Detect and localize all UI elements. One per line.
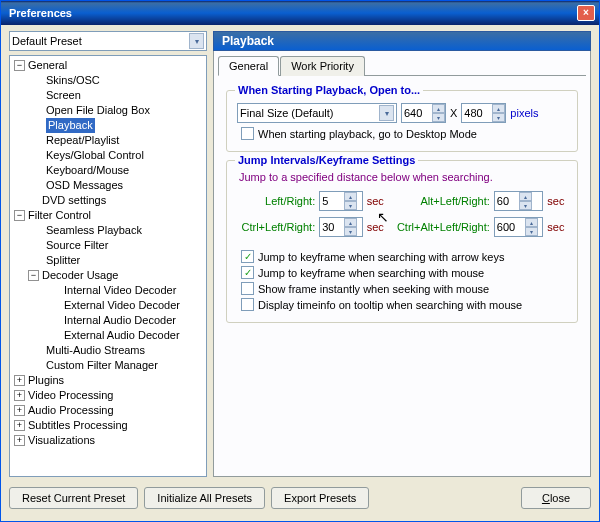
sec-label: sec [367, 221, 389, 233]
jump-description: Jump to a specified distance below when … [239, 171, 569, 183]
initialize-presets-button[interactable]: Initialize All Presets [144, 487, 265, 509]
show-frame-label: Show frame instantly when seeking with m… [258, 283, 489, 295]
tab-workpriority[interactable]: Work Priority [280, 56, 365, 76]
expand-icon[interactable]: + [14, 420, 25, 431]
ctrlalt-input[interactable] [495, 218, 525, 236]
export-presets-button[interactable]: Export Presets [271, 487, 369, 509]
spin-up-icon[interactable]: ▴ [344, 218, 357, 227]
arrow-keyframe-label: Jump to keyframe when searching with arr… [258, 251, 504, 263]
show-frame-checkbox[interactable] [241, 282, 254, 295]
width-input[interactable] [402, 104, 432, 122]
window-title: Preferences [9, 7, 577, 19]
spin-down-icon[interactable]: ▾ [432, 113, 445, 122]
panel-title: Playback [213, 31, 591, 51]
spin-down-icon[interactable]: ▾ [525, 227, 538, 236]
tree-item-customfilter[interactable]: Custom Filter Manager [10, 358, 206, 373]
tree-item-splitter[interactable]: Splitter [10, 253, 206, 268]
alt-spinner[interactable]: ▴▾ [494, 191, 544, 211]
jump-fieldset: Jump Intervals/Keyframe Settings Jump to… [226, 160, 578, 323]
chevron-down-icon[interactable]: ▾ [189, 33, 204, 49]
tree-item-intaudio[interactable]: Internal Audio Decoder [10, 313, 206, 328]
arrow-keyframe-checkbox[interactable]: ✓ [241, 250, 254, 263]
tree-item-screen[interactable]: Screen [10, 88, 206, 103]
tree-item-repeat[interactable]: Repeat/Playlist [10, 133, 206, 148]
tree-item-decoderusage[interactable]: −Decoder Usage [10, 268, 206, 283]
tree-item-plugins[interactable]: +Plugins [10, 373, 206, 388]
close-icon[interactable]: × [577, 5, 595, 21]
spin-up-icon[interactable]: ▴ [525, 218, 538, 227]
spin-down-icon[interactable]: ▾ [492, 113, 505, 122]
alt-input[interactable] [495, 192, 519, 210]
tree-item-videoproc[interactable]: +Video Processing [10, 388, 206, 403]
height-spinner[interactable]: ▴▾ [461, 103, 506, 123]
spin-down-icon[interactable]: ▾ [344, 201, 357, 210]
width-spinner[interactable]: ▴▾ [401, 103, 446, 123]
reset-preset-button[interactable]: Reset Current Preset [9, 487, 138, 509]
ctrlalt-spinner[interactable]: ▴▾ [494, 217, 544, 237]
ctrlalt-label: Ctrl+Alt+Left/Right: [392, 221, 489, 233]
tree-item-filtercontrol[interactable]: −Filter Control [10, 208, 206, 223]
titlebar: Preferences × [1, 1, 599, 25]
expand-icon[interactable]: + [14, 390, 25, 401]
spin-up-icon[interactable]: ▴ [492, 104, 505, 113]
preset-select[interactable]: Default Preset ▾ [9, 31, 207, 51]
tree-item-dvd[interactable]: DVD settings [10, 193, 206, 208]
lr-input[interactable] [320, 192, 344, 210]
x-label: X [450, 107, 457, 119]
tab-general[interactable]: General [218, 56, 279, 76]
expand-icon[interactable]: + [14, 435, 25, 446]
chevron-down-icon[interactable]: ▾ [379, 105, 394, 121]
sec-label: sec [547, 221, 569, 233]
tooltip-time-checkbox[interactable] [241, 298, 254, 311]
pixels-label: pixels [510, 107, 538, 119]
desktop-mode-checkbox[interactable] [241, 127, 254, 140]
lr-spinner[interactable]: ▴▾ [319, 191, 363, 211]
ctrl-spinner[interactable]: ▴▾ [319, 217, 363, 237]
size-mode-value: Final Size (Default) [240, 107, 334, 119]
collapse-icon[interactable]: − [14, 210, 25, 221]
left-column: Default Preset ▾ −General Skins/OSC Scre… [9, 31, 207, 477]
tree-item-keyboard[interactable]: Keyboard/Mouse [10, 163, 206, 178]
tree-item-extaudio[interactable]: External Audio Decoder [10, 328, 206, 343]
tree-item-multiaudio[interactable]: Multi-Audio Streams [10, 343, 206, 358]
tree-item-general[interactable]: −General [10, 58, 206, 73]
collapse-icon[interactable]: − [14, 60, 25, 71]
lr-label: Left/Right: [237, 195, 315, 207]
tree-item-skins[interactable]: Skins/OSC [10, 73, 206, 88]
ctrl-input[interactable] [320, 218, 344, 236]
tree-item-keysglobal[interactable]: Keys/Global Control [10, 148, 206, 163]
spin-up-icon[interactable]: ▴ [432, 104, 445, 113]
open-fieldset: When Starting Playback, Open to... Final… [226, 90, 578, 152]
footer: Reset Current Preset Initialize All Pres… [1, 481, 599, 515]
size-mode-select[interactable]: Final Size (Default) ▾ [237, 103, 397, 123]
tree-item-osd[interactable]: OSD Messages [10, 178, 206, 193]
category-tree[interactable]: −General Skins/OSC Screen Open File Dial… [9, 55, 207, 477]
expand-icon[interactable]: + [14, 405, 25, 416]
mouse-keyframe-checkbox[interactable]: ✓ [241, 266, 254, 279]
expand-icon[interactable]: + [14, 375, 25, 386]
tree-item-seamless[interactable]: Seamless Playback [10, 223, 206, 238]
panel-body: General Work Priority When Starting Play… [213, 51, 591, 477]
tree-item-playback[interactable]: Playback [10, 118, 206, 133]
right-column: Playback General Work Priority When Star… [213, 31, 591, 477]
tree-item-subtitles[interactable]: +Subtitles Processing [10, 418, 206, 433]
tree-item-openfile[interactable]: Open File Dialog Box [10, 103, 206, 118]
tree-item-audioproc[interactable]: +Audio Processing [10, 403, 206, 418]
sec-label: sec [547, 195, 569, 207]
preferences-window: Preferences × Default Preset ▾ −General … [0, 0, 600, 522]
tree-item-visual[interactable]: +Visualizations [10, 433, 206, 448]
spin-up-icon[interactable]: ▴ [519, 192, 532, 201]
tree-item-intvideo[interactable]: Internal Video Decoder [10, 283, 206, 298]
collapse-icon[interactable]: − [28, 270, 39, 281]
tooltip-time-label: Display timeinfo on tooltip when searchi… [258, 299, 522, 311]
height-input[interactable] [462, 104, 492, 122]
spin-down-icon[interactable]: ▾ [344, 227, 357, 236]
spin-down-icon[interactable]: ▾ [519, 201, 532, 210]
sec-label: sec [367, 195, 389, 207]
alt-label: Alt+Left/Right: [392, 195, 489, 207]
tree-item-extvideo[interactable]: External Video Decoder [10, 298, 206, 313]
close-button[interactable]: Close [521, 487, 591, 509]
mouse-keyframe-label: Jump to keyframe when searching with mou… [258, 267, 484, 279]
tree-item-sourcefilter[interactable]: Source Filter [10, 238, 206, 253]
spin-up-icon[interactable]: ▴ [344, 192, 357, 201]
